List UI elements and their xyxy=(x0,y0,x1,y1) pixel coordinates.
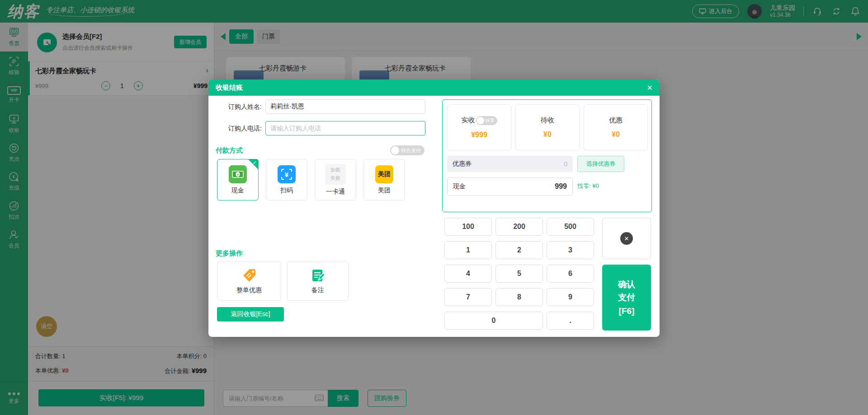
select-coupon-button[interactable]: 选择优惠券 xyxy=(577,156,624,172)
order-discount-tag-icon xyxy=(241,267,257,284)
payment-method-meituan[interactable]: 美团 美团 xyxy=(363,159,405,201)
numpad-key-8[interactable]: 8 xyxy=(495,288,543,306)
orderer-name-input[interactable] xyxy=(265,99,425,114)
note-icon xyxy=(310,267,326,284)
modal-title: 收银结账 xyxy=(216,84,243,92)
numpad-key-6[interactable]: 6 xyxy=(547,265,594,283)
numpad-key-0[interactable]: 0 xyxy=(444,312,543,330)
note-button[interactable]: 备注 xyxy=(287,261,349,301)
payment-section-title: 付款方式 xyxy=(216,146,243,155)
numpad-key-9[interactable]: 9 xyxy=(547,288,594,306)
numpad-key-dot[interactable]: . xyxy=(547,312,594,330)
coupon-count: 0 xyxy=(564,160,567,168)
pending-value: ¥0 xyxy=(543,131,552,139)
cash-value: 999 xyxy=(555,182,567,191)
payment-method-cash[interactable]: ¥ 现金 ✓ xyxy=(217,159,259,201)
numpad-key-7[interactable]: 7 xyxy=(444,288,492,306)
modal-header: 收银结账 × xyxy=(208,79,660,96)
toggle-knob xyxy=(391,146,399,154)
meituan-icon: 美团 xyxy=(375,165,393,183)
received-card: 实收 抹零 ¥999 xyxy=(447,104,511,150)
numpad-key-3[interactable]: 3 xyxy=(547,241,594,259)
received-label: 实收 xyxy=(462,116,475,125)
backspace-icon: ✕ xyxy=(620,232,633,245)
orderer-phone-label: 订购人电话: xyxy=(216,121,262,135)
numpad-key-5[interactable]: 5 xyxy=(495,265,543,283)
confirm-pay-button[interactable]: 确认 支付 [F6] xyxy=(602,265,651,331)
amounts-panel: 实收 抹零 ¥999 待收 ¥0 优惠 ¥0 优惠券 0 选择优 xyxy=(442,99,652,212)
close-icon[interactable]: × xyxy=(647,83,652,92)
received-value: ¥999 xyxy=(471,131,487,139)
pos-screen: 纳客 专注单店、小连锁的收银系统 进入后台 儿童乐园 v1.34.36 xyxy=(0,0,868,415)
scan-pay-icon: ¥ xyxy=(278,165,296,183)
discount-card: 优惠 ¥0 xyxy=(584,104,648,150)
numpad-key-2[interactable]: 2 xyxy=(495,241,543,259)
numpad-key-4[interactable]: 4 xyxy=(444,265,492,283)
cash-icon: ¥ xyxy=(229,165,247,183)
checkout-modal: 收银结账 × 订购人姓名: 订购人电话: 付款方式 联合支付 ¥ 现金 xyxy=(208,79,660,337)
coupon-row[interactable]: 优惠券 0 xyxy=(447,156,573,172)
pending-card: 待收 ¥0 xyxy=(515,104,580,150)
payment-method-scan[interactable]: ¥ 扫码 xyxy=(266,159,307,201)
numpad-backspace-key[interactable]: ✕ xyxy=(602,218,651,259)
change-text: 找零: ¥0 xyxy=(577,182,599,190)
pending-label: 待收 xyxy=(541,116,554,125)
back-to-cashier-button[interactable]: 返回收银[Esc] xyxy=(217,307,284,322)
onecard-icon: 加载失败 xyxy=(325,164,346,185)
more-ops-title: 更多操作 xyxy=(216,249,243,258)
union-pay-toggle[interactable]: 联合支付 xyxy=(390,145,425,155)
check-icon: ✓ xyxy=(253,160,257,166)
orderer-phone-input[interactable] xyxy=(265,121,425,135)
numpad-key-500[interactable]: 500 xyxy=(547,218,594,236)
discount-label: 优惠 xyxy=(609,116,623,125)
round-off-toggle[interactable]: 抹零 xyxy=(476,116,497,125)
cash-label: 现金 xyxy=(453,182,466,191)
numpad-key-200[interactable]: 200 xyxy=(495,218,543,236)
toggle-knob xyxy=(477,117,484,124)
orderer-name-label: 订购人姓名: xyxy=(216,99,262,114)
coupon-label: 优惠券 xyxy=(453,160,472,168)
cash-amount-row[interactable]: 现金 999 xyxy=(447,177,573,196)
payment-method-onecard[interactable]: 加载失败 一卡通 xyxy=(315,159,356,201)
discount-value: ¥0 xyxy=(612,131,620,139)
svg-text:¥: ¥ xyxy=(285,171,288,178)
order-discount-button[interactable]: 整单优惠 xyxy=(217,261,281,301)
numpad-key-100[interactable]: 100 xyxy=(444,218,492,236)
numpad-key-1[interactable]: 1 xyxy=(444,241,492,259)
